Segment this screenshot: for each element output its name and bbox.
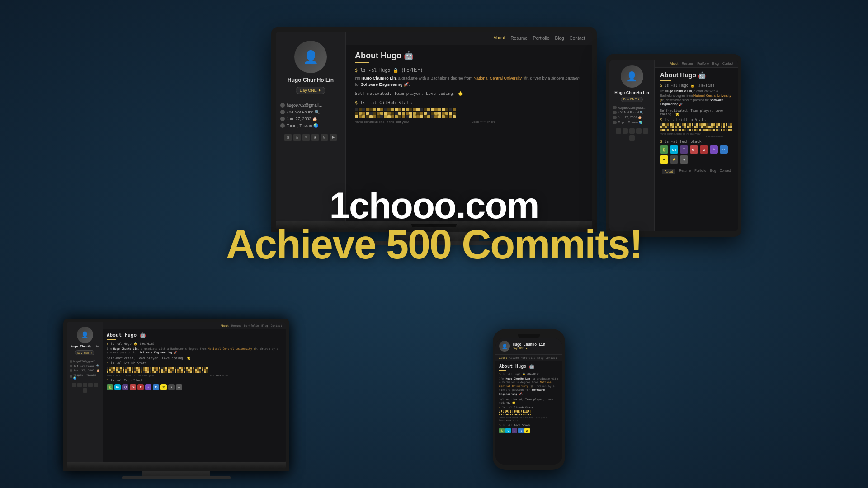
- tablet-react-icon: ⚛: [710, 145, 718, 154]
- tablet: 👤 Hugo ChunHo Lin Day ONE ✦ hugo9702@gma…: [606, 54, 741, 237]
- tablet-go-icon: Go: [670, 145, 678, 154]
- tablet-node-icon: ⬡: [680, 145, 688, 154]
- phone-cmd-bio: $ ls -al Hugo 🔒 (He/Him): [499, 372, 559, 375]
- medium-icon[interactable]: M: [321, 134, 328, 141]
- graph-row-3: [355, 115, 583, 118]
- small-laptop: 👤 Hugo ChunHo Lin Day ONE ✦ hugo9702@gma…: [63, 319, 289, 479]
- tablet-screen: 👤 Hugo ChunHo Lin Day ONE ✦ hugo9702@gma…: [609, 60, 738, 231]
- small-laptop-content: About Hugo 🤖 $ ls -al Hugo 🔒 (He/Him) I'…: [103, 329, 286, 462]
- small-laptop-main: About Resume Portfolio Blog Contact Abou…: [103, 322, 286, 462]
- small-laptop-bezel: 👤 Hugo ChunHo Lin Day ONE ✦ hugo9702@gma…: [63, 319, 289, 471]
- nodejs-icon: ⬡: [122, 384, 128, 390]
- location-status-info: 404 Not Found 🔍: [280, 110, 341, 114]
- title-underline: [355, 62, 369, 63]
- go-icon: Go: [114, 384, 121, 390]
- phone-bezel: 👤 Hugo ChunHo Lin Day ONE ✦ About Resume…: [493, 329, 565, 470]
- small-laptop-cmd-stack: $ ls -al Tech Stack: [107, 379, 282, 382]
- small-laptop-graph: 4948 contributions in the last year Less…: [107, 367, 282, 377]
- phone-graph: [499, 410, 559, 415]
- sidebar-info: hugo9702@gmail... 404 Not Found 🔍 Jan. 2…: [280, 103, 341, 130]
- tablet-name: Hugo ChunHo Lin: [614, 90, 649, 95]
- email-info: hugo9702@gmail...: [280, 103, 341, 108]
- small-laptop-stack: 🐍 Go ⬡ C+ C ⚛ TS JS ⚡ ◈: [107, 384, 282, 390]
- phone-badge: Day ONE ✦: [513, 347, 559, 350]
- birthday-icon: [280, 117, 285, 121]
- small-laptop-screen: 👤 Hugo ChunHo Lin Day ONE ✦ hugo9702@gma…: [67, 322, 286, 462]
- portfolio-app: 👤 Hugo ChunHo Lin Day ONE ✦ hugo9702@gma…: [276, 32, 592, 221]
- tablet-tagline: Self-motivated, Team player, Love coding…: [660, 109, 732, 116]
- tablet-avatar: 👤: [621, 65, 643, 88]
- tablet-info: hugo9702@gmail... 404 Not Found 🔍 Jan. 2…: [613, 106, 651, 126]
- linkedin-icon[interactable]: in: [293, 134, 301, 141]
- phone-app: 👤 Hugo ChunHo Lin Day ONE ✦ About Resume…: [495, 338, 562, 465]
- tablet-social: [613, 128, 651, 141]
- small-laptop-underline: [107, 339, 116, 340]
- youtube-icon[interactable]: ▶: [330, 134, 337, 141]
- small-laptop-nav: About Resume Portfolio Blog Contact: [103, 322, 286, 329]
- phone: 👤 Hugo ChunHo Lin Day ONE ✦ About Resume…: [493, 329, 565, 470]
- laptop-notch: [411, 224, 457, 227]
- tablet-cmd-github: $ ls -al Github Stats: [660, 118, 732, 122]
- tablet-stack: 🐍 Go ⬡ C+ C ⚛ TS JS ⚡ ◈: [660, 145, 732, 164]
- phone-screen: 👤 Hugo ChunHo Lin Day ONE ✦ About Resume…: [495, 338, 562, 465]
- main-laptop: 👤 Hugo ChunHo Lin Day ONE ✦ hugo9702@gma…: [271, 27, 597, 245]
- bio-command: $ ls -al Hugo 🔒 (He/Him): [355, 68, 583, 73]
- javascript-icon: JS: [160, 384, 167, 390]
- small-laptop-cmd-github: $ ls -al GitHub Stats: [107, 361, 282, 365]
- small-laptop-contribution-label: 4948 contributions in the last year Less…: [107, 374, 282, 377]
- nav-contact[interactable]: Contact: [570, 36, 585, 41]
- small-laptop-avatar: 👤: [77, 327, 93, 343]
- phone-python-icon: 🐍: [499, 428, 505, 433]
- nav-resume[interactable]: Resume: [511, 36, 528, 41]
- instagram-icon[interactable]: ▣: [311, 134, 319, 141]
- laptop-stand: [389, 232, 479, 241]
- github-icon[interactable]: G: [284, 134, 292, 141]
- tablet-nav: About Resume Portfolio Blog Contact: [655, 60, 738, 68]
- tablet-title: About Hugo 🤖: [660, 71, 732, 79]
- nav-blog[interactable]: Blog: [555, 36, 564, 41]
- graph-row-1: [355, 108, 583, 111]
- phone-title: About Hugo 🤖: [499, 364, 559, 369]
- phone-bio: I'm Hugo ChunHo Lin, a graduate with a B…: [499, 377, 559, 396]
- tablet-bottom-resume[interactable]: Resume: [679, 169, 691, 174]
- contribution-graph: [355, 108, 583, 118]
- phone-header: 👤 Hugo ChunHo Lin Day ONE ✦: [495, 338, 562, 355]
- nav-portfolio[interactable]: Portfolio: [533, 36, 550, 41]
- phone-name: Hugo ChunHo Lin: [513, 343, 559, 347]
- sidebar-name: Hugo ChunHo Lin: [288, 77, 334, 83]
- tablet-contribution-label: 4948 contributions in the last year Less…: [660, 132, 732, 138]
- tablet-bottom-contact[interactable]: Contact: [720, 169, 731, 174]
- small-laptop-app: 👤 Hugo ChunHo Lin Day ONE ✦ hugo9702@gma…: [67, 322, 286, 462]
- small-laptop-base: [67, 462, 286, 469]
- phone-tagline: Self-motivated, Team player, Love coding…: [499, 398, 559, 404]
- phone-stack: 🐍 G ⬡ TS JS: [499, 428, 559, 433]
- tablet-bottom-portfolio[interactable]: Portfolio: [694, 169, 706, 174]
- graph-row-2: [355, 112, 583, 115]
- nav-about[interactable]: About: [493, 35, 505, 41]
- phone-underline: [499, 370, 506, 371]
- phone-notch: [518, 334, 540, 338]
- laptop-bezel: 👤 Hugo ChunHo Lin Day ONE ✦ hugo9702@gma…: [271, 27, 597, 232]
- tagline: Self-motivated, Team player, Love coding…: [355, 91, 583, 96]
- social-links: G in 𝕏 ▣ M ▶: [284, 134, 337, 141]
- tablet-content: About Hugo 🤖 $ ls -al Hugo 🔒 (He/Him) I'…: [655, 68, 738, 231]
- birthday-info: Jan. 27, 2002 🎂: [280, 117, 341, 121]
- sidebar: 👤 Hugo ChunHo Lin Day ONE ✦ hugo9702@gma…: [276, 32, 346, 221]
- typescript-icon: TS: [153, 384, 159, 390]
- small-laptop-cmd-bio: $ ls -al Hugo 🔒 (He/Him): [107, 342, 282, 346]
- other-icon-1: ⚡: [168, 384, 175, 390]
- tablet-c-icon: C: [700, 145, 708, 154]
- phone-content: About Hugo 🤖 $ ls -al Hugo 🔒 (He/Him) I'…: [495, 361, 562, 465]
- tablet-icon-10: ◈: [680, 155, 688, 164]
- tablet-bottom-blog[interactable]: Blog: [710, 169, 716, 174]
- react-icon: ⚛: [145, 384, 151, 390]
- twitter-icon[interactable]: 𝕏: [302, 134, 310, 141]
- nav-bar: About Resume Portfolio Blog Contact: [346, 32, 592, 45]
- tablet-bottom-about[interactable]: About: [662, 169, 675, 174]
- contribution-label: 4948 contributions in the last year Less…: [355, 120, 583, 124]
- tablet-cpp-icon: C+: [690, 145, 698, 154]
- tablet-main: About Resume Portfolio Blog Contact Abou…: [655, 60, 738, 231]
- tablet-sidebar: 👤 Hugo ChunHo Lin Day ONE ✦ hugo9702@gma…: [609, 60, 655, 231]
- small-laptop-badge: Day ONE ✦: [75, 350, 94, 355]
- tablet-graph: [660, 123, 732, 131]
